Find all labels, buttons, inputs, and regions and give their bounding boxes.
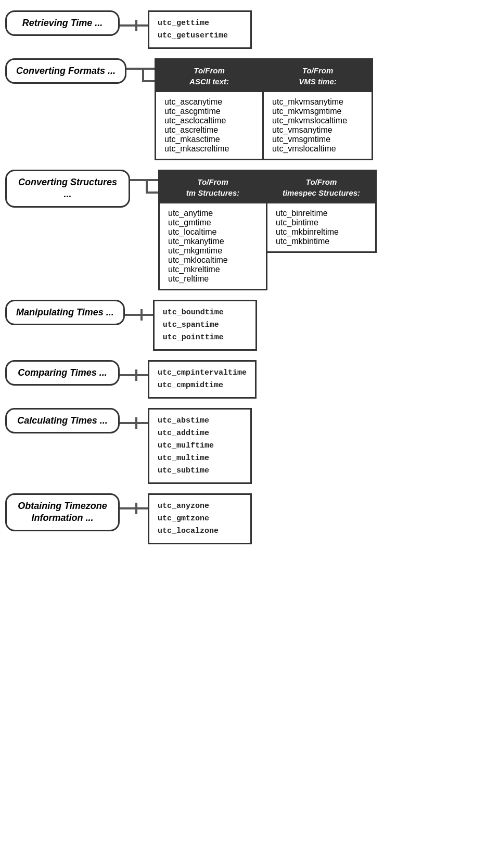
function-name: utc_multime bbox=[158, 452, 242, 465]
function-name: utc_mkasctime bbox=[164, 135, 254, 144]
function-name: utc_mkbinreltime bbox=[276, 227, 367, 237]
connector-comparing-times bbox=[120, 369, 148, 381]
function-name: utc_mkvmsgmtime bbox=[272, 107, 363, 116]
section-converting-structures: Converting Structures ...To/From tm Stru… bbox=[5, 170, 481, 290]
branch-container bbox=[146, 179, 158, 194]
col-header-0: To/From tm Structures: bbox=[160, 171, 266, 203]
funcbox-comparing-times: utc_cmpintervaltimeutc_cmpmidtime bbox=[148, 360, 257, 399]
col-header-1: To/From VMS time: bbox=[264, 60, 372, 92]
label-calculating-times: Calculating Times ... bbox=[5, 408, 120, 433]
label-retrieving-time: Retrieving Time ... bbox=[5, 10, 120, 36]
function-name: utc_mkreltime bbox=[168, 265, 258, 274]
function-name: utc_bintime bbox=[276, 218, 367, 227]
section-obtaining-timezone: Obtaining Timezone Information ...utc_an… bbox=[5, 493, 481, 544]
function-name: utc_mulftime bbox=[158, 440, 242, 452]
funcbox-calculating-times: utc_abstimeutc_addtimeutc_mulftimeutc_mu… bbox=[148, 408, 252, 484]
funcbox-obtaining-timezone: utc_anyzoneutc_gmtzoneutc_localzone bbox=[148, 493, 252, 544]
function-name: utc_vmslocaltime bbox=[272, 144, 363, 154]
function-name: utc_mklocaltime bbox=[168, 256, 258, 265]
connector-retrieving-time bbox=[120, 20, 148, 31]
function-name: utc_boundtime bbox=[163, 307, 247, 319]
function-name: utc_binreltime bbox=[276, 209, 367, 218]
function-name: utc_anytime bbox=[168, 209, 258, 218]
col-header-0: To/From ASCII text: bbox=[156, 60, 262, 92]
function-name: utc_mkgmtime bbox=[168, 246, 258, 256]
function-name: utc_asclocaltime bbox=[164, 116, 254, 125]
function-name: utc_ascanytime bbox=[164, 97, 254, 107]
function-name: utc_ascgmtime bbox=[164, 107, 254, 116]
function-name: utc_gmtime bbox=[168, 218, 258, 227]
function-name: utc_reltime bbox=[168, 274, 258, 284]
function-name: utc_mkvmslocaltime bbox=[272, 116, 363, 125]
function-name: utc_mkbintime bbox=[276, 237, 367, 246]
function-name: utc_mkascreltime bbox=[164, 144, 254, 154]
function-name: utc_mkanytime bbox=[168, 237, 258, 246]
function-name: utc_anyzone bbox=[158, 500, 242, 513]
connector-manipulating-times bbox=[125, 309, 153, 321]
main-diagram: Retrieving Time ...utc_gettimeutc_getuse… bbox=[5, 10, 481, 554]
connector-obtaining-timezone bbox=[120, 503, 148, 514]
section-manipulating-times: Manipulating Times ...utc_boundtimeutc_s… bbox=[5, 300, 481, 351]
two-col-converting-formats: To/From ASCII text:utc_ascanytimeutc_asc… bbox=[155, 58, 481, 160]
function-name: utc_addtime bbox=[158, 427, 242, 440]
function-name: utc_cmpintervaltime bbox=[158, 367, 247, 379]
function-name: utc_gmtzone bbox=[158, 513, 242, 525]
section-retrieving-time: Retrieving Time ...utc_gettimeutc_getuse… bbox=[5, 10, 481, 49]
connector-converting-formats bbox=[126, 68, 155, 82]
label-comparing-times: Comparing Times ... bbox=[5, 360, 120, 386]
col-box-converting-formats-1: To/From VMS time:utc_mkvmsanytimeutc_mkv… bbox=[264, 58, 373, 160]
col-header-1: To/From timespec Structures: bbox=[267, 171, 375, 203]
col-box-converting-structures-1: To/From timespec Structures:utc_binrelti… bbox=[267, 170, 377, 253]
function-name: utc_vmsanytime bbox=[272, 125, 363, 135]
col-box-converting-formats-0: To/From ASCII text:utc_ascanytimeutc_asc… bbox=[155, 58, 264, 160]
function-name: utc_ascreltime bbox=[164, 125, 254, 135]
function-name: utc_pointtime bbox=[163, 331, 247, 344]
funcbox-retrieving-time: utc_gettimeutc_getusertime bbox=[148, 10, 252, 49]
label-manipulating-times: Manipulating Times ... bbox=[5, 300, 125, 325]
label-converting-formats: Converting Formats ... bbox=[5, 58, 126, 84]
connector-calculating-times bbox=[120, 417, 148, 429]
branch-container bbox=[142, 68, 155, 82]
col-box-converting-structures-0: To/From tm Structures:utc_anytimeutc_gmt… bbox=[158, 170, 267, 290]
section-comparing-times: Comparing Times ...utc_cmpintervaltimeut… bbox=[5, 360, 481, 399]
funcbox-manipulating-times: utc_boundtimeutc_spantimeutc_pointtime bbox=[153, 300, 257, 351]
function-name: utc_subtime bbox=[158, 465, 242, 477]
section-calculating-times: Calculating Times ...utc_abstimeutc_addt… bbox=[5, 408, 481, 484]
two-col-converting-structures: To/From tm Structures:utc_anytimeutc_gmt… bbox=[158, 170, 481, 290]
label-converting-structures: Converting Structures ... bbox=[5, 170, 130, 208]
section-converting-formats: Converting Formats ...To/From ASCII text… bbox=[5, 58, 481, 160]
function-name: utc_getusertime bbox=[158, 30, 242, 42]
function-name: utc_gettime bbox=[158, 17, 242, 30]
function-name: utc_mkvmsanytime bbox=[272, 97, 363, 107]
function-name: utc_spantime bbox=[163, 319, 247, 331]
label-obtaining-timezone: Obtaining Timezone Information ... bbox=[5, 493, 120, 531]
function-name: utc_cmpmidtime bbox=[158, 379, 247, 392]
function-name: utc_abstime bbox=[158, 415, 242, 427]
function-name: utc_localzone bbox=[158, 525, 242, 538]
connector-converting-structures bbox=[130, 179, 158, 194]
function-name: utc_localtime bbox=[168, 227, 258, 237]
function-name: utc_vmsgmtime bbox=[272, 135, 363, 144]
